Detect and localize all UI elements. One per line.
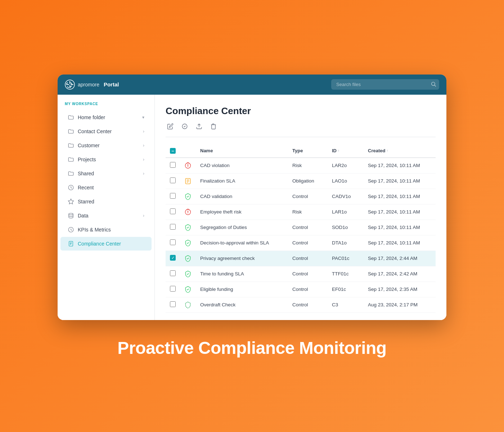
table-row[interactable]: Privacy agreement checkControlPAC01cSep … xyxy=(166,251,436,266)
sidebar-item-label: Recent xyxy=(78,185,144,190)
sidebar-item-data[interactable]: Data › xyxy=(60,209,152,222)
delete-button[interactable] xyxy=(209,122,218,131)
search-input[interactable] xyxy=(331,79,439,90)
row-id: PAC01c xyxy=(328,251,364,266)
row-checkbox[interactable] xyxy=(170,208,176,214)
control-icon xyxy=(184,270,192,278)
table-row[interactable]: Time to funding SLAControlTTF01cSep 17, … xyxy=(166,266,436,282)
row-check-cell xyxy=(166,220,180,235)
row-name: Employee theft risk xyxy=(196,204,288,220)
row-checkbox[interactable] xyxy=(170,162,176,168)
row-checkbox[interactable] xyxy=(170,301,176,307)
row-created: Sep 17, 2024, 10:11 AM xyxy=(364,158,436,174)
sidebar-item-label: Compliance Center xyxy=(78,241,144,247)
col-header-created[interactable]: Created ↑ xyxy=(364,144,436,158)
row-name: CAD validation xyxy=(196,189,288,204)
sidebar-item-home-folder[interactable]: Home folder ▾ xyxy=(60,111,152,124)
row-checkbox[interactable] xyxy=(170,239,176,245)
svg-marker-12 xyxy=(68,199,74,204)
sidebar-item-contact-center[interactable]: Contact Center › xyxy=(60,125,152,138)
sidebar-item-compliance-center[interactable]: Compliance Center xyxy=(60,237,152,251)
svg-rect-8 xyxy=(67,86,69,88)
control-icon xyxy=(184,255,192,262)
row-checkbox[interactable] xyxy=(170,177,176,183)
row-checkbox[interactable] xyxy=(170,224,176,230)
row-check-cell xyxy=(166,173,180,189)
created-sort[interactable]: Created ↑ xyxy=(368,148,388,153)
sidebar-item-label: Data xyxy=(78,213,139,219)
sidebar-item-label: Customer xyxy=(78,143,139,148)
chevron-right-icon: › xyxy=(143,171,144,176)
row-id: LAR2o xyxy=(328,158,364,174)
validate-button[interactable] xyxy=(180,122,189,131)
clock-icon xyxy=(68,184,74,191)
row-type: Control xyxy=(288,297,328,312)
control-outline-icon xyxy=(184,301,192,309)
row-id: LAO1o xyxy=(328,173,364,189)
sidebar: MY WORKSPACE Home folder ▾ Contact Cente… xyxy=(58,95,155,320)
row-created: Sep 17, 2024, 10:11 AM xyxy=(364,173,436,189)
col-header-type[interactable]: Type xyxy=(288,144,328,158)
svg-line-10 xyxy=(435,85,436,86)
risk-icon xyxy=(184,208,192,216)
export-button[interactable] xyxy=(194,122,204,131)
row-created: Aug 23, 2024, 2:17 PM xyxy=(364,297,436,312)
sidebar-item-shared[interactable]: Shared › xyxy=(60,167,152,180)
row-created: Sep 17, 2024, 10:11 AM xyxy=(364,235,436,251)
table-row[interactable]: Eligible fundingControlEF01cSep 17, 2024… xyxy=(166,282,436,297)
type-sort[interactable]: Type xyxy=(292,148,303,153)
row-icon-cell xyxy=(180,297,196,312)
row-check-cell xyxy=(166,251,180,266)
table-row[interactable]: CAD violationRiskLAR2oSep 17, 2024, 10:1… xyxy=(166,158,436,174)
row-checkbox[interactable] xyxy=(170,255,176,261)
row-icon-cell xyxy=(180,266,196,282)
svg-point-13 xyxy=(69,213,73,215)
sidebar-item-customer[interactable]: Customer › xyxy=(60,139,152,152)
control-icon xyxy=(184,224,192,231)
sidebar-item-projects[interactable]: Projects › xyxy=(60,153,152,166)
row-type: Control xyxy=(288,251,328,266)
sidebar-item-label: KPIs & Metrics xyxy=(78,227,144,233)
select-all-checkbox[interactable] xyxy=(170,148,176,154)
control-icon xyxy=(184,255,192,262)
edit-button[interactable] xyxy=(166,122,175,131)
table-row[interactable]: Segregation of DutiesControlSOD1oSep 17,… xyxy=(166,220,436,235)
col-header-name[interactable]: Name xyxy=(196,144,288,158)
chevron-down-icon: ▾ xyxy=(142,115,144,120)
table-row[interactable]: Finalization SLAObligationLAO1oSep 17, 2… xyxy=(166,173,436,189)
row-name: Segregation of Duties xyxy=(196,220,288,235)
folder-icon xyxy=(68,156,74,163)
id-sort[interactable]: ID ↑ xyxy=(332,148,339,153)
risk-icon xyxy=(184,162,192,169)
table-row[interactable]: CAD validationControlCADV1oSep 17, 2024,… xyxy=(166,189,436,204)
sidebar-item-starred[interactable]: Starred xyxy=(60,195,152,208)
row-check-cell xyxy=(166,189,180,204)
row-check-cell xyxy=(166,282,180,297)
sidebar-item-label: Home folder xyxy=(78,114,139,120)
folder-icon xyxy=(68,142,74,149)
sidebar-item-recent[interactable]: Recent xyxy=(60,181,152,194)
name-sort[interactable]: Name xyxy=(200,148,213,153)
table-row[interactable]: Employee theft riskRiskLAR1oSep 17, 2024… xyxy=(166,204,436,220)
row-check-cell xyxy=(166,235,180,251)
sidebar-item-kpis-metrics[interactable]: KPIs & Metrics xyxy=(60,223,152,237)
search-button[interactable] xyxy=(431,81,436,88)
logo-text: apromore xyxy=(78,82,99,87)
col-header-id[interactable]: ID ↑ xyxy=(328,144,364,158)
row-checkbox[interactable] xyxy=(170,286,176,292)
obligation-icon xyxy=(184,177,192,185)
row-checkbox[interactable] xyxy=(170,193,176,199)
svg-rect-4 xyxy=(71,84,73,85)
control-icon xyxy=(184,286,192,293)
row-checkbox[interactable] xyxy=(170,270,176,276)
tagline: Proactive Compliance Monitoring xyxy=(117,338,386,358)
sidebar-item-label: Shared xyxy=(78,171,139,176)
table-row[interactable]: Decision-to-approval within SLAControlDT… xyxy=(166,235,436,251)
col-header-check xyxy=(166,144,180,158)
control-icon xyxy=(184,270,192,278)
row-id: SOD1o xyxy=(328,220,364,235)
table-row[interactable]: Overdraft CheckControlC3Aug 23, 2024, 2:… xyxy=(166,297,436,312)
gauge-icon xyxy=(68,226,74,233)
row-icon-cell xyxy=(180,220,196,235)
control-icon xyxy=(184,193,192,200)
